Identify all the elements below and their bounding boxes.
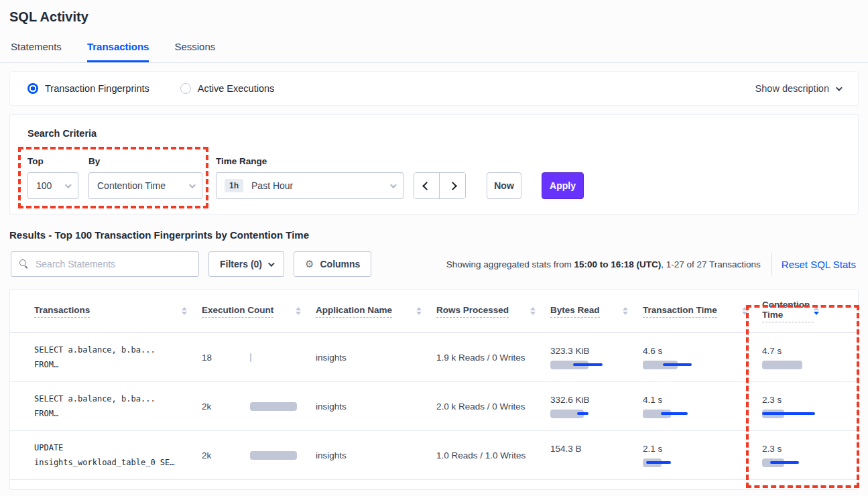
chevron-down-icon [65, 182, 72, 188]
top-select-value: 100 [36, 180, 65, 191]
transaction-time-stddev-line [661, 412, 688, 415]
execution-count-cell: 2k [202, 450, 316, 460]
sort-icon[interactable] [182, 307, 187, 315]
sort-icon-active-desc[interactable] [814, 307, 819, 315]
chevron-down-icon [836, 84, 843, 91]
sort-icon[interactable] [623, 307, 628, 315]
by-field: By Contention Time [88, 156, 202, 199]
execution-count-bar [250, 353, 251, 362]
gear-icon: ⚙ [305, 258, 314, 270]
now-button[interactable]: Now [487, 172, 521, 199]
bytes-read-stddev-line [577, 412, 588, 415]
by-select[interactable]: Contention Time [88, 172, 202, 199]
col-header-execution-count[interactable]: Execution Count [202, 305, 316, 318]
contention-time-stddev-line [770, 461, 799, 464]
execution-count-bar [250, 451, 297, 460]
radio-transaction-fingerprints[interactable]: Transaction Fingerprints [27, 83, 149, 94]
search-statements-box [11, 251, 199, 277]
search-criteria-heading: Search Criteria [27, 128, 841, 139]
transaction-time-cell: 4.6 s [643, 346, 762, 369]
contention-time-cell: 4.7 s [762, 346, 834, 369]
col-header-application-name[interactable]: Application Name [316, 305, 436, 318]
apply-button[interactable]: Apply [542, 172, 584, 199]
table-row[interactable]: UPDATEinsights_workload_table_0 SE… 2k i… [10, 431, 858, 480]
next-time-button[interactable] [440, 173, 465, 198]
transaction-time-stddev-line [663, 363, 692, 366]
col-header-bytes-read[interactable]: Bytes Read [550, 305, 643, 318]
transaction-time-stddev-line [646, 461, 671, 464]
transactions-table: Transactions Execution Count Application… [9, 289, 859, 490]
top-select[interactable]: 100 [27, 172, 78, 199]
bytes-read-cell: 154.3 B [550, 444, 643, 467]
radio-unselected-icon [180, 83, 191, 94]
table-row[interactable]: SELECT a.balance, b.ba...FROM… 18 insigh… [10, 333, 858, 382]
execution-count-cell: 2k [202, 401, 316, 412]
radio-label: Transaction Fingerprints [45, 83, 149, 94]
col-header-transaction-time[interactable]: Transaction Time [643, 305, 762, 318]
tab-sessions[interactable]: Sessions [174, 41, 215, 62]
radio-label: Active Executions [198, 83, 274, 94]
results-controls: Filters (0) ⚙ Columns Showing aggregated… [11, 251, 857, 277]
col-header-rows-processed[interactable]: Rows Processed [436, 305, 550, 318]
chevron-down-icon [390, 182, 397, 188]
time-range-label: Time Range [216, 156, 404, 166]
chevron-left-icon [422, 182, 431, 190]
tab-bar: Statements Transactions Sessions [9, 41, 859, 62]
transaction-fingerprint[interactable]: SELECT a.balance, b.ba...FROM… [34, 343, 202, 372]
results-heading: Results - Top 100 Transaction Fingerprin… [9, 229, 859, 241]
application-name-cell: insights [316, 353, 436, 363]
bytes-read-cell: 332.6 KiB [550, 395, 643, 418]
bytes-read-cell: 323.3 KiB [550, 346, 643, 369]
filters-button[interactable]: Filters (0) [208, 251, 284, 277]
sort-icon[interactable] [296, 307, 301, 315]
rows-processed-cell: 2.0 k Reads / 0 Writes [436, 401, 550, 412]
rows-processed-cell: 1.0 Reads / 1.0 Writes [436, 450, 550, 460]
stats-area: Showing aggregated stats from 15:00 to 1… [446, 253, 857, 275]
application-name-cell: insights [316, 401, 436, 412]
radio-selected-icon [27, 83, 38, 94]
col-header-transactions[interactable]: Transactions [34, 305, 202, 318]
time-range-field: Time Range 1h Past Hour [216, 156, 404, 199]
sort-icon[interactable] [416, 307, 422, 315]
search-icon [19, 259, 29, 269]
contention-time-cell: 2.3 s [762, 395, 834, 418]
search-criteria-card: Search Criteria Top 100 By Contention Ti… [9, 114, 859, 214]
time-range-value: Past Hour [251, 180, 390, 191]
execution-count-bar [250, 402, 297, 411]
reset-sql-stats-link[interactable]: Reset SQL Stats [782, 259, 857, 270]
criteria-row: Top 100 By Contention Time Time Range 1h… [27, 156, 841, 199]
rows-processed-cell: 1.9 k Reads / 0 Writes [436, 353, 550, 363]
radio-active-executions[interactable]: Active Executions [180, 83, 274, 94]
columns-button[interactable]: ⚙ Columns [294, 251, 371, 277]
prev-time-button[interactable] [414, 173, 440, 198]
bytes-read-stddev-line [573, 363, 603, 366]
sort-icon[interactable] [530, 307, 536, 315]
chevron-right-icon [448, 182, 457, 190]
page-title: SQL Activity [9, 9, 859, 25]
time-range-select[interactable]: 1h Past Hour [216, 172, 404, 199]
chevron-down-icon [189, 182, 196, 188]
execution-count-cell: 18 [202, 353, 316, 363]
contention-time-bar [762, 361, 802, 369]
top-label: Top [27, 156, 78, 166]
transaction-time-cell: 2.1 s [643, 444, 762, 467]
columns-label: Columns [320, 259, 360, 269]
tab-transactions[interactable]: Transactions [87, 41, 149, 62]
view-toggle-bar: Transaction Fingerprints Active Executio… [9, 71, 859, 106]
transaction-fingerprint[interactable]: UPDATEinsights_workload_table_0 SE… [34, 440, 202, 470]
sort-icon[interactable] [742, 307, 747, 315]
chevron-down-icon [268, 260, 275, 267]
by-label: By [88, 156, 202, 166]
transaction-fingerprint[interactable]: SELECT a.balance, b.ba...FROM… [34, 391, 202, 421]
table-row[interactable]: SELECT a.balance, b.ba...FROM… 2k insigh… [10, 382, 858, 431]
filters-label: Filters (0) [220, 259, 262, 269]
page-header: SQL Activity Statements Transactions Ses… [0, 0, 868, 63]
show-description-label: Show description [755, 83, 829, 94]
tab-statements[interactable]: Statements [11, 41, 62, 62]
col-header-contention-time[interactable]: Contention Time [762, 300, 834, 322]
application-name-cell: insights [316, 450, 436, 460]
contention-time-stddev-line [762, 412, 815, 415]
show-description-toggle[interactable]: Show description [755, 83, 841, 94]
stats-text: Showing aggregated stats from 15:00 to 1… [446, 259, 761, 269]
search-input[interactable] [36, 259, 190, 269]
